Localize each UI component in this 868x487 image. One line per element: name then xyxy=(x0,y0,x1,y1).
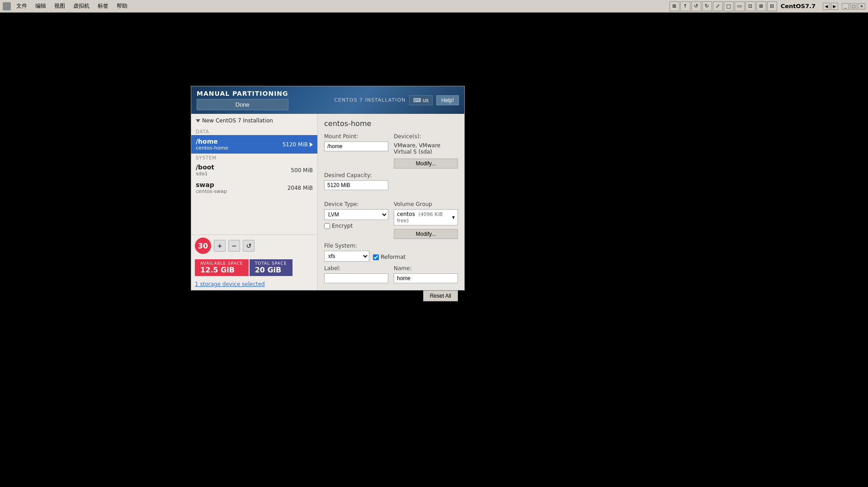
app-icon xyxy=(3,2,11,10)
capacity-label: Desired Capacity: xyxy=(324,172,388,178)
volume-group-select[interactable]: centos (4096 KiB free) ▾ xyxy=(394,209,458,225)
file-system-label: File System: xyxy=(324,243,406,249)
reset-all-button[interactable]: Reset All xyxy=(423,290,458,301)
toolbar-btn-3[interactable]: ↺ xyxy=(691,1,701,11)
label-name-row: Label: Name: xyxy=(324,265,458,283)
notification-badge: 30 xyxy=(195,238,211,254)
selected-arrow-icon xyxy=(310,142,313,147)
partition-title: centos-home xyxy=(324,119,458,128)
data-section-label: DATA xyxy=(191,127,317,135)
header-left: MANUAL PARTITIONING Done xyxy=(197,90,288,110)
total-space-block: TOTAL SPACE 20 GiB xyxy=(250,259,292,276)
toolbar-btn-5[interactable]: ⤢ xyxy=(713,1,723,11)
device-type-col: Device Type: LVM Standard RAID Encrypt xyxy=(324,201,388,239)
add-partition-button[interactable]: + xyxy=(214,240,226,252)
nav-back[interactable]: ◀ xyxy=(823,3,830,10)
window-title: CentOS7.7 xyxy=(781,3,816,9)
capacity-input[interactable] xyxy=(324,180,388,190)
vg-value: centos (4096 KiB free) xyxy=(397,211,452,224)
toolbar-btn-6[interactable]: □ xyxy=(724,1,734,11)
refresh-button[interactable]: ↺ xyxy=(243,240,255,252)
storage-link-container: 1 storage device selected xyxy=(191,279,317,290)
total-space-value: 20 GiB xyxy=(255,266,282,274)
available-space-label: AVAILABLE SPACE xyxy=(200,261,243,266)
volume-group-label: Volume Group xyxy=(394,201,458,207)
partition-item-boot[interactable]: /boot sda1 500 MiB xyxy=(191,161,317,179)
device-label: Device(s): xyxy=(394,133,458,140)
label-input[interactable] xyxy=(324,273,388,283)
done-button[interactable]: Done xyxy=(197,99,288,110)
file-system-row: File System: xfs ext4 ext3 vfat swap xyxy=(324,243,458,262)
nav-forward[interactable]: ▶ xyxy=(831,3,838,10)
keyboard-lang: us xyxy=(423,97,429,103)
keyboard-button[interactable]: ⌨ us xyxy=(409,95,433,105)
group-title: New CentOS 7 Installation xyxy=(202,117,273,124)
modify-vg-button[interactable]: Modify... xyxy=(394,229,458,239)
name-label: Name: xyxy=(394,265,458,272)
partition-sub: centos-swap xyxy=(196,188,227,194)
device-type-label: Device Type: xyxy=(324,201,388,207)
nav-buttons: ◀ ▶ xyxy=(823,3,838,10)
toolbar-btn-9[interactable]: ⊞ xyxy=(756,1,766,11)
keyboard-icon: ⌨ xyxy=(413,97,421,103)
menu-file[interactable]: 文件 xyxy=(13,1,31,11)
menu-help[interactable]: 帮助 xyxy=(113,1,131,11)
reformat-checkbox[interactable] xyxy=(373,254,379,260)
partition-item-home[interactable]: /home centos-home 5120 MiB xyxy=(191,135,317,154)
partition-item-swap[interactable]: swap centos-swap 2048 MiB xyxy=(191,179,317,197)
help-button[interactable]: Help! xyxy=(436,95,459,105)
vg-chevron-icon: ▾ xyxy=(452,214,455,220)
remove-partition-button[interactable]: − xyxy=(228,240,240,252)
titlebar: 文件 编辑 视图 虚拟机 标签 帮助 ⊞ ↑ ↺ ↻ ⤢ □ ▭ ⊡ ⊞ ⊟ C… xyxy=(0,0,868,13)
storage-device-link[interactable]: 1 storage device selected xyxy=(195,281,265,287)
partition-name: swap xyxy=(196,181,227,188)
encrypt-label: Encrypt xyxy=(332,223,353,229)
device-type-select[interactable]: LVM Standard RAID xyxy=(324,209,388,220)
file-system-select[interactable]: xfs ext4 ext3 vfat swap xyxy=(324,251,369,262)
partition-right: 5120 MiB xyxy=(283,141,313,148)
close-button[interactable]: ✕ xyxy=(858,3,865,9)
file-system-col: File System: xfs ext4 ext3 vfat swap xyxy=(324,243,406,262)
installer-window: MANUAL PARTITIONING Done CENTOS 7 INSTAL… xyxy=(191,86,465,290)
installation-group: New CentOS 7 Installation xyxy=(191,114,317,127)
menu-view[interactable]: 视图 xyxy=(51,1,69,11)
name-input[interactable] xyxy=(394,273,458,283)
capacity-col: Desired Capacity: xyxy=(324,172,388,190)
menu-edit[interactable]: 编辑 xyxy=(32,1,50,11)
mount-point-input[interactable] xyxy=(324,141,388,151)
maximize-button[interactable]: □ xyxy=(850,3,857,9)
volume-group-col: Volume Group centos (4096 KiB free) ▾ Mo… xyxy=(394,201,458,239)
main-content: MANUAL PARTITIONING Done CENTOS 7 INSTAL… xyxy=(0,13,868,487)
toolbar-btn-8[interactable]: ⊡ xyxy=(745,1,755,11)
capacity-row: Desired Capacity: xyxy=(324,172,458,190)
partition-info: swap centos-swap xyxy=(196,181,227,194)
toolbar-btn-2[interactable]: ↑ xyxy=(680,1,690,11)
empty-col xyxy=(394,172,458,190)
partition-info: /home centos-home xyxy=(196,138,228,151)
menu-vm[interactable]: 虚拟机 xyxy=(70,1,93,11)
toolbar: ⊞ ↑ ↺ ↻ ⤢ □ ▭ ⊡ ⊞ ⊟ xyxy=(670,1,777,11)
available-space-value: 12.5 GiB xyxy=(200,266,235,274)
group-header: New CentOS 7 Installation xyxy=(196,117,313,124)
toolbar-btn-7[interactable]: ▭ xyxy=(735,1,745,11)
menu-tags[interactable]: 标签 xyxy=(94,1,112,11)
total-space-label: TOTAL SPACE xyxy=(255,261,287,266)
toolbar-btn-4[interactable]: ↻ xyxy=(702,1,712,11)
reformat-label: Reformat xyxy=(381,254,406,260)
minimize-button[interactable]: _ xyxy=(842,3,849,9)
partition-right: 500 MiB xyxy=(291,167,313,173)
menu-bar: 文件 编辑 视图 虚拟机 标签 帮助 xyxy=(13,1,666,11)
available-space-block: AVAILABLE SPACE 12.5 GiB xyxy=(195,259,249,276)
encrypt-checkbox[interactable] xyxy=(324,223,330,229)
device-value: VMware, VMware Virtual S (sda) xyxy=(394,142,458,155)
modify-device-button[interactable]: Modify... xyxy=(394,159,458,169)
window-controls: _ □ ✕ xyxy=(842,3,865,9)
partition-size: 5120 MiB xyxy=(283,141,308,148)
toolbar-btn-1[interactable]: ⊞ xyxy=(670,1,679,11)
installer-title: MANUAL PARTITIONING xyxy=(197,90,288,97)
mount-point-col: Mount Point: xyxy=(324,133,388,169)
toolbar-btn-10[interactable]: ⊟ xyxy=(767,1,777,11)
device-col: Device(s): VMware, VMware Virtual S (sda… xyxy=(394,133,458,169)
partition-name: /home xyxy=(196,138,228,145)
reformat-row: Reformat xyxy=(373,254,406,260)
